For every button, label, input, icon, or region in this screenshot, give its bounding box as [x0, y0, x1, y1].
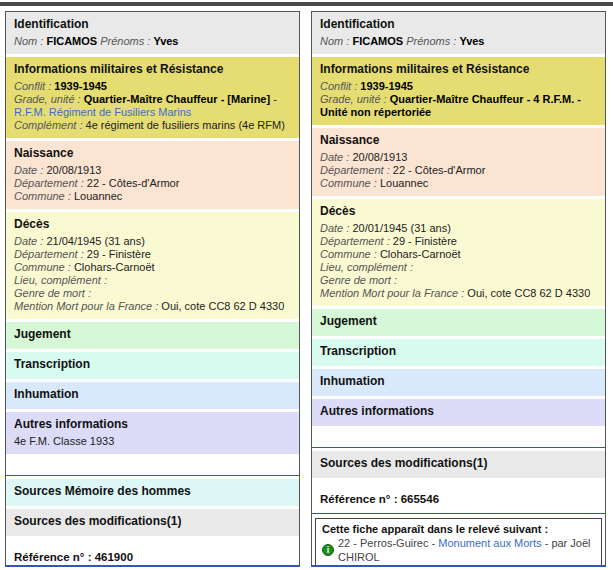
birth-commune-line: Commune : Louannec — [14, 190, 291, 203]
sources-modifications-section: Sources des modifications(1) — [312, 451, 605, 478]
birth-date-value: 20/08/1913 — [352, 151, 407, 163]
reference-label: Référence n° : — [320, 493, 397, 505]
birth-commune-label: Commune : — [14, 190, 71, 202]
birth-commune-value: Louannec — [380, 177, 428, 189]
death-commune-label: Commune : — [320, 248, 377, 260]
grade-value: Quartier-Maître Chauffeur - [Marine] — [84, 93, 270, 105]
death-date-line: Date : 21/04/1945 (31 ans) — [14, 235, 291, 248]
death-section: Décès Date : 21/04/1945 (31 ans) Départe… — [6, 212, 299, 319]
top-divider-bar — [0, 2, 613, 6]
monument-link[interactable]: Monument aux Morts — [438, 537, 541, 549]
death-commune-label: Commune : — [14, 261, 71, 273]
conflit-label: Conflit : — [14, 80, 51, 92]
nom-label: Nom : — [320, 35, 349, 47]
info-icon[interactable]: i — [322, 544, 334, 556]
death-dept-line: Département : 29 - Finistère — [14, 248, 291, 261]
birth-date-label: Date : — [14, 164, 43, 176]
death-commune-value: Clohars-Carnoët — [380, 248, 461, 260]
burial-section: Inhumation — [6, 382, 299, 409]
death-date-label: Date : — [14, 235, 43, 247]
other-info-content: 4e F.M. Classe 1933 — [14, 435, 291, 448]
grade-line: Grade, unité : Quartier-Maître Chauffeur… — [14, 93, 291, 119]
identification-section: Identification Nom : FICAMOS Prénoms : Y… — [6, 12, 299, 54]
transcription-title: Transcription — [14, 357, 291, 371]
birth-title: Naissance — [320, 133, 597, 147]
section-divider — [6, 475, 299, 476]
section-divider — [312, 447, 605, 448]
death-dept-label: Département : — [320, 235, 390, 247]
grade-line: Grade, unité : Quartier-Maître Chauffeur… — [320, 93, 597, 119]
birth-dept-value: 22 - Côtes-d'Armor — [87, 177, 180, 189]
birth-commune-line: Commune : Louannec — [320, 177, 597, 190]
other-info-section: Autres informations — [312, 399, 605, 426]
death-date-line: Date : 20/01/1945 (31 ans) — [320, 222, 597, 235]
death-date-label: Date : — [320, 222, 349, 234]
judgement-title: Jugement — [320, 314, 597, 328]
burial-title: Inhumation — [14, 387, 291, 401]
death-section: Décès Date : 20/01/1945 (31 ans) Départe… — [312, 199, 605, 306]
reference-number: 461900 — [95, 551, 133, 563]
grade-label: Grade, unité : — [320, 93, 387, 105]
other-info-title: Autres informations — [14, 417, 291, 431]
death-mention-line: Mention Mort pour la France : Oui, cote … — [320, 287, 597, 300]
death-date-value: 21/04/1945 (31 ans) — [46, 235, 144, 247]
releve-heading: Cette fiche apparaît dans le relevé suiv… — [322, 522, 595, 536]
spacer — [6, 457, 299, 475]
conflit-line: Conflit : 1939-1945 — [14, 80, 291, 93]
death-date-value: 20/01/1945 (31 ans) — [352, 222, 450, 234]
record-card-right: Identification Nom : FICAMOS Prénoms : Y… — [311, 11, 606, 567]
reference-line: Référence n° : 665546 — [312, 481, 605, 513]
other-info-section: Autres informations 4e F.M. Classe 1933 — [6, 412, 299, 454]
sources-memoire-section: Sources Mémoire des hommes — [6, 479, 299, 506]
transcription-section: Transcription — [312, 339, 605, 366]
releve-text: 22 - Perros-Guirec - Monument aux Morts … — [338, 536, 595, 564]
judgement-section: Jugement — [6, 322, 299, 349]
birth-section: Naissance Date : 20/08/1913 Département … — [312, 128, 605, 196]
birth-date-label: Date : — [320, 151, 349, 163]
death-mention-line: Mention Mort pour la France : Oui, cote … — [14, 300, 291, 313]
death-dept-label: Département : — [14, 248, 84, 260]
complement-label: Complément : — [14, 119, 82, 131]
military-info-title: Informations militaires et Résistance — [320, 62, 597, 76]
death-mention-value: Oui, cote CC8 62 D 4330 — [467, 287, 590, 299]
birth-commune-label: Commune : — [320, 177, 377, 189]
prenoms-label: Prénoms : — [100, 35, 150, 47]
complement-value: 4e régiment de fusiliers marins (4e RFM) — [86, 119, 285, 131]
death-dept-value: 29 - Finistère — [87, 248, 151, 260]
death-lieu-label: Lieu, complément : — [320, 261, 413, 273]
nom-value: FICAMOS — [352, 35, 403, 47]
death-genre-label: Genre de mort : — [320, 274, 397, 286]
name-line: Nom : FICAMOS Prénoms : Yves — [320, 35, 597, 48]
prenoms-label: Prénoms : — [406, 35, 456, 47]
death-mention-value: Oui, cote CC8 62 D 4330 — [161, 300, 284, 312]
death-genre-line: Genre de mort : — [14, 287, 291, 300]
death-commune-line: Commune : Clohars-Carnoët — [14, 261, 291, 274]
reference-number: 665546 — [401, 493, 439, 505]
death-lieu-line: Lieu, complément : — [320, 261, 597, 274]
releve-box: Cette fiche apparaît dans le relevé suiv… — [315, 518, 602, 567]
name-line: Nom : FICAMOS Prénoms : Yves — [14, 35, 291, 48]
conflit-line: Conflit : 1939-1945 — [320, 80, 597, 93]
death-dept-line: Département : 29 - Finistère — [320, 235, 597, 248]
death-lieu-label: Lieu, complément : — [14, 274, 107, 286]
death-lieu-line: Lieu, complément : — [14, 274, 291, 287]
birth-dept-value: 22 - Côtes-d'Armor — [393, 164, 486, 176]
footer-divider — [312, 513, 605, 514]
birth-title: Naissance — [14, 146, 291, 160]
death-genre-label: Genre de mort : — [14, 287, 91, 299]
releve-line: i 22 - Perros-Guirec - Monument aux Mort… — [322, 536, 595, 564]
sources-modifications-title: Sources des modifications(1) — [320, 456, 597, 470]
birth-dept-label: Département : — [14, 177, 84, 189]
identification-title: Identification — [14, 17, 291, 31]
unit-link[interactable]: R.F.M. Régiment de Fusiliers Marins — [14, 106, 191, 118]
reference-label: Référence n° : — [14, 551, 91, 563]
death-mention-label: Mention Mort pour la France : — [320, 287, 464, 299]
death-title: Décès — [14, 217, 291, 231]
burial-title: Inhumation — [320, 374, 597, 388]
death-commune-value: Clohars-Carnoët — [74, 261, 155, 273]
military-info-title: Informations militaires et Résistance — [14, 62, 291, 76]
identification-title: Identification — [320, 17, 597, 31]
birth-commune-value: Louannec — [74, 190, 122, 202]
sources-memoire-title: Sources Mémoire des hommes — [14, 484, 291, 498]
prenoms-value: Yves — [153, 35, 178, 47]
